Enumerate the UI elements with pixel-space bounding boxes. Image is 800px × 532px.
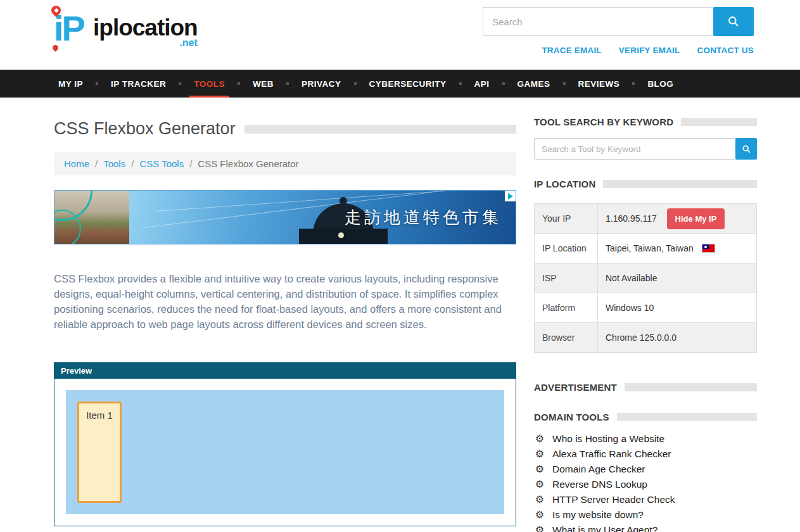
- gear-icon: ⚙: [534, 478, 545, 491]
- logo-text: iplocation .net: [93, 15, 198, 49]
- site-header: iP iplocation .net TRACE EMAIL: [0, 0, 800, 70]
- verify-email-link[interactable]: VERIFY EMAIL: [619, 46, 680, 55]
- header-search-input[interactable]: [483, 7, 713, 36]
- nav-item-my-ip[interactable]: MY IP: [54, 70, 87, 98]
- domain-tool-label: Alexa Traffic Rank Checker: [552, 448, 671, 460]
- search-icon: [727, 15, 740, 28]
- trace-email-link[interactable]: TRACE EMAIL: [542, 46, 601, 55]
- flexbox-preview: Preview Item 1: [54, 362, 516, 526]
- table-row-isp: ISP Not Available: [535, 263, 757, 293]
- ip-location-heading: IP LOCATION: [534, 179, 595, 189]
- nav-separator: [179, 82, 181, 85]
- domain-tool-alexa-rank[interactable]: ⚙ Alexa Traffic Rank Checker: [534, 446, 757, 462]
- heading-decoration-bar: [617, 413, 757, 421]
- row-label: Your IP: [535, 204, 598, 234]
- table-row-browser: Browser Chrome 125.0.0.0: [535, 323, 757, 353]
- domain-tool-http-header[interactable]: ⚙ HTTP Server Header Check: [534, 492, 757, 507]
- nav-item-ip-tracker[interactable]: IP TRACKER: [106, 70, 170, 98]
- nav-item-web[interactable]: WEB: [248, 70, 278, 98]
- heading-decoration-bar: [681, 118, 757, 126]
- nav-item-privacy[interactable]: PRIVACY: [297, 70, 346, 98]
- breadcrumb-tools[interactable]: Tools: [103, 158, 125, 169]
- nav-item-cybersecurity[interactable]: CYBERSECURITY: [365, 70, 451, 98]
- domain-tool-label: What is my User Agent?: [552, 524, 657, 532]
- domain-tools-heading-row: DOMAIN TOOLS: [534, 412, 757, 422]
- header-search-button[interactable]: [713, 7, 754, 36]
- browser-value: Chrome 125.0.0.0: [598, 323, 757, 353]
- adchoices-triangle: [508, 193, 513, 200]
- ip-location-value: Taipei, Taiwan, Taiwan: [606, 243, 694, 253]
- header-search: [483, 7, 754, 36]
- tool-description: CSS Flexbox provides a flexible and intu…: [54, 271, 504, 332]
- contact-us-link[interactable]: CONTACT US: [697, 46, 754, 55]
- preview-header: Preview: [54, 363, 516, 379]
- sidebar: TOOL SEARCH BY KEYWORD IP LOCATION: [534, 98, 757, 532]
- nav-item-tools[interactable]: TOOLS: [189, 70, 229, 98]
- gear-icon: ⚙: [534, 463, 545, 476]
- heading-decoration-bar: [625, 383, 757, 391]
- page: iP iplocation .net TRACE EMAIL: [0, 0, 800, 532]
- gear-icon: ⚙: [534, 493, 545, 506]
- row-label: Browser: [535, 323, 598, 353]
- domain-tool-label: HTTP Server Header Check: [552, 493, 675, 506]
- breadcrumb-css-tools[interactable]: CSS Tools: [139, 158, 184, 169]
- logo-ip-icon: iP: [54, 8, 92, 52]
- breadcrumb-current: CSS Flexbox Generator: [198, 158, 298, 169]
- breadcrumb-home[interactable]: Home: [64, 158, 89, 169]
- hide-my-ip-button[interactable]: Hide My IP: [667, 208, 725, 229]
- row-label: Platform: [535, 293, 598, 323]
- gear-icon: ⚙: [534, 448, 545, 460]
- logo-name: iplocation: [93, 15, 198, 41]
- tool-search-input[interactable]: [534, 138, 735, 160]
- domain-tool-hosting[interactable]: ⚙ Who is Hosting a Website: [534, 431, 757, 446]
- nav-item-api[interactable]: API: [470, 70, 494, 98]
- main-column: CSS Flexbox Generator Home / Tools / CSS…: [54, 98, 516, 532]
- nav-item-blog[interactable]: BLOG: [643, 70, 678, 98]
- row-value: Taipei, Taiwan, Taiwan: [598, 234, 757, 263]
- page-title: CSS Flexbox Generator: [54, 119, 236, 139]
- ad-left-image: [54, 191, 129, 244]
- platform-value: Windows 10: [598, 293, 757, 323]
- table-row-your-ip: Your IP 1.160.95.117 Hide My IP: [535, 204, 757, 234]
- header-links: TRACE EMAIL VERIFY EMAIL CONTACT US: [483, 46, 754, 55]
- breadcrumb-separator: /: [131, 158, 134, 169]
- main-nav: MY IP IP TRACKER TOOLS WEB PRIVACY CYBER…: [0, 70, 800, 98]
- table-row-ip-location: IP Location Taipei, Taiwan, Taiwan: [535, 234, 757, 263]
- search-icon: [742, 144, 751, 154]
- domain-tool-reverse-dns[interactable]: ⚙ Reverse DNS Lookup: [534, 477, 757, 492]
- domain-tool-label: Who is Hosting a Website: [552, 433, 664, 445]
- preview-flex-item[interactable]: Item 1: [77, 402, 122, 503]
- heading-decoration-bar: [603, 180, 757, 188]
- nav-separator: [502, 82, 505, 85]
- nav-separator: [286, 82, 289, 85]
- page-title-row: CSS Flexbox Generator: [54, 119, 516, 139]
- advertisement-heading: ADVERTISEMENT: [534, 382, 617, 393]
- domain-tool-website-down[interactable]: ⚙ Is my website down?: [534, 507, 757, 522]
- content: CSS Flexbox Generator Home / Tools / CSS…: [0, 98, 800, 532]
- nav-item-games[interactable]: GAMES: [513, 70, 555, 98]
- ad-banner[interactable]: 走訪地道特色市集: [54, 190, 516, 244]
- nav-separator: [563, 82, 566, 85]
- tool-search-button[interactable]: [735, 138, 757, 160]
- gear-icon: ⚙: [534, 524, 545, 532]
- ad-text: 走訪地道特色市集: [345, 206, 502, 229]
- table-row-platform: Platform Windows 10: [535, 293, 757, 323]
- gear-icon: ⚙: [534, 433, 545, 445]
- domain-tools-list: ⚙ Who is Hosting a Website ⚙ Alexa Traff…: [534, 431, 757, 532]
- preview-body: Item 1: [54, 379, 516, 526]
- adchoices-icon[interactable]: [505, 191, 516, 201]
- domain-tools-heading: DOMAIN TOOLS: [534, 412, 609, 422]
- nav-separator: [459, 82, 462, 85]
- row-label: ISP: [535, 263, 598, 293]
- gear-icon: ⚙: [534, 509, 545, 521]
- domain-tool-domain-age[interactable]: ⚙ Domain Age Checker: [534, 462, 757, 477]
- nav-item-reviews[interactable]: REVIEWS: [574, 70, 625, 98]
- nav-separator: [354, 82, 357, 85]
- site-logo[interactable]: iP iplocation .net: [54, 8, 198, 70]
- domain-tool-label: Domain Age Checker: [552, 463, 645, 476]
- tool-search-heading: TOOL SEARCH BY KEYWORD: [534, 117, 673, 127]
- isp-value: Not Available: [598, 263, 757, 293]
- tool-search: [534, 138, 757, 160]
- advertisement-heading-row: ADVERTISEMENT: [534, 382, 757, 393]
- domain-tool-user-agent[interactable]: ⚙ What is my User Agent?: [534, 522, 757, 532]
